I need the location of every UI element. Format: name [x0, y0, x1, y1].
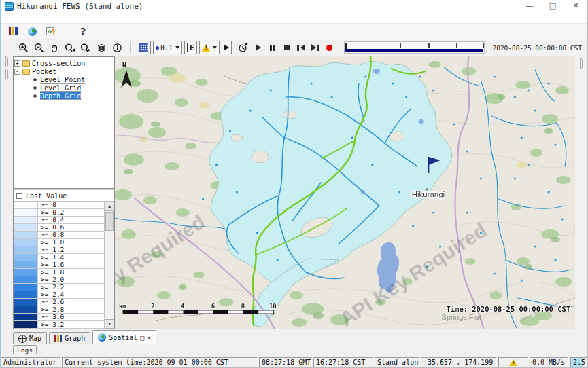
logs-tab[interactable]: Logs [13, 345, 37, 354]
scrollbar-thumb[interactable] [105, 212, 114, 231]
legend-value: >= 2.2 [38, 284, 64, 291]
tree-item[interactable]: Depth Grid [14, 92, 114, 100]
maximize-button[interactable]: □ [541, 0, 564, 12]
legend-color-swatch [14, 276, 38, 283]
timeseries-button[interactable] [43, 24, 59, 38]
status-cell: 2.5 GB [570, 357, 588, 367]
tree-item[interactable]: Level Grid [14, 84, 114, 92]
scroll-down-icon[interactable]: ▼ [105, 319, 114, 329]
legend-value: >= 3.2 [38, 321, 64, 328]
menu-item[interactable] [24, 12, 35, 23]
map-time-label: Time: 2020-08-25 00:00:00 CST [447, 305, 571, 313]
legend-panel: Last Value >= 0 >= 0.2 >= 0.4 [13, 189, 115, 329]
bottom-tab[interactable]: Spatial □ ✕ [92, 330, 156, 344]
grid-display-button[interactable] [137, 41, 151, 54]
bottom-tab[interactable]: Graph [49, 332, 90, 344]
play-box-icon [224, 45, 229, 50]
tab-icon [18, 335, 27, 343]
close-button[interactable]: ✕ [564, 0, 587, 12]
scroll-up-icon[interactable]: ▲ [105, 202, 114, 211]
legend-value: >= 2.8 [38, 306, 64, 313]
pause-button[interactable] [266, 41, 279, 54]
database-display-button[interactable] [5, 24, 21, 38]
frame-bar-icon [317, 45, 319, 51]
legend-value: >= 2.6 [38, 299, 64, 306]
side-tab[interactable] [580, 58, 583, 69]
legend-value: >= 1.8 [38, 269, 64, 276]
toolbar-separator [67, 26, 67, 37]
legend-value: >= 1.0 [38, 239, 64, 246]
side-tab[interactable] [5, 56, 8, 67]
status-cell: Stand alone [375, 357, 419, 367]
chevron-down-icon [175, 46, 179, 49]
thresholds-dropdown[interactable] [199, 41, 220, 54]
expander-icon[interactable] [24, 77, 30, 83]
menu-item[interactable] [35, 12, 46, 23]
time-span-bar [345, 49, 484, 52]
record-button[interactable] [323, 41, 336, 54]
legend-color-swatch [14, 314, 38, 320]
pan-hand-icon [50, 43, 60, 53]
legend-scrollbar[interactable]: ▲ ▼ [104, 202, 114, 329]
legend-color-swatch [14, 246, 38, 253]
legend-value: >= 0.6 [38, 224, 64, 231]
time-slider-thumb[interactable] [345, 43, 347, 49]
database-icon [9, 27, 18, 35]
bottom-tab[interactable]: Map [13, 332, 47, 344]
zoom-previous-button[interactable] [63, 41, 77, 55]
map-view[interactable]: API Key Required API Key Required Hikura… [115, 56, 575, 329]
legend-color-swatch [14, 217, 38, 223]
layers-button[interactable] [94, 41, 109, 55]
side-tab[interactable] [5, 69, 8, 79]
minimize-button[interactable]: — [518, 0, 541, 12]
zoom-next-button[interactable] [78, 41, 93, 55]
maximize-icon[interactable]: □ [140, 334, 144, 342]
spatial-toolbar: 0.1 E 2020-08-25 00:00:00 CST [1, 39, 587, 56]
time-navigator-button[interactable] [236, 41, 251, 55]
threshold-value: 0.1 [160, 44, 173, 52]
legend-color-swatch [14, 209, 38, 216]
tab-label: Spatial [109, 334, 137, 342]
legend-color-swatch [14, 284, 38, 291]
play-button[interactable] [252, 41, 265, 54]
animate-display-button[interactable] [222, 41, 232, 54]
zoom-out-icon [34, 43, 44, 53]
time-slider[interactable] [344, 41, 485, 54]
previous-frame-button[interactable] [294, 41, 308, 54]
info-icon [112, 43, 122, 53]
help-button[interactable]: ? [75, 24, 91, 38]
scrollbar-track[interactable] [105, 232, 114, 319]
info-button[interactable] [109, 41, 124, 55]
status-text: 08:27:18 GMT [262, 358, 311, 366]
window-title: Hikurangi FEWS (Stand alone) [17, 2, 143, 11]
expander-icon[interactable] [24, 93, 30, 99]
tree-item[interactable]: Level Point [14, 75, 114, 84]
status-cell: 08:27:18 GMT [259, 357, 312, 367]
tree-item[interactable]: - Pocket [14, 67, 114, 75]
last-value-checkbox[interactable] [16, 193, 22, 199]
legend-value: >= 1.4 [38, 254, 64, 261]
map-display-button[interactable] [24, 24, 40, 38]
labels-button[interactable]: E [184, 41, 197, 54]
legend-color-swatch [14, 306, 38, 313]
pause-icon [273, 45, 275, 51]
next-frame-button[interactable] [309, 41, 322, 54]
legend-value: >= 0.4 [38, 217, 64, 223]
menu-item[interactable] [2, 12, 13, 23]
pan-button[interactable] [47, 41, 62, 55]
expander-icon[interactable] [24, 85, 30, 91]
zoom-in-button[interactable] [16, 41, 31, 55]
expander-icon[interactable]: + [14, 60, 20, 67]
menu-item[interactable] [13, 12, 24, 23]
logs-row: Logs [1, 344, 587, 356]
legend-value: >= 1.2 [38, 246, 64, 253]
expander-icon[interactable]: - [14, 69, 20, 75]
stop-button[interactable] [280, 41, 294, 54]
zoom-out-button[interactable] [31, 41, 46, 55]
tree-item[interactable]: + Cross-section [14, 59, 114, 67]
toolbar-separator [130, 42, 131, 53]
contour-threshold-dropdown[interactable]: 0.1 [153, 41, 182, 54]
grid-icon [139, 43, 148, 52]
close-icon[interactable]: ✕ [147, 334, 151, 342]
scale-tick-label: 4 [181, 303, 184, 310]
